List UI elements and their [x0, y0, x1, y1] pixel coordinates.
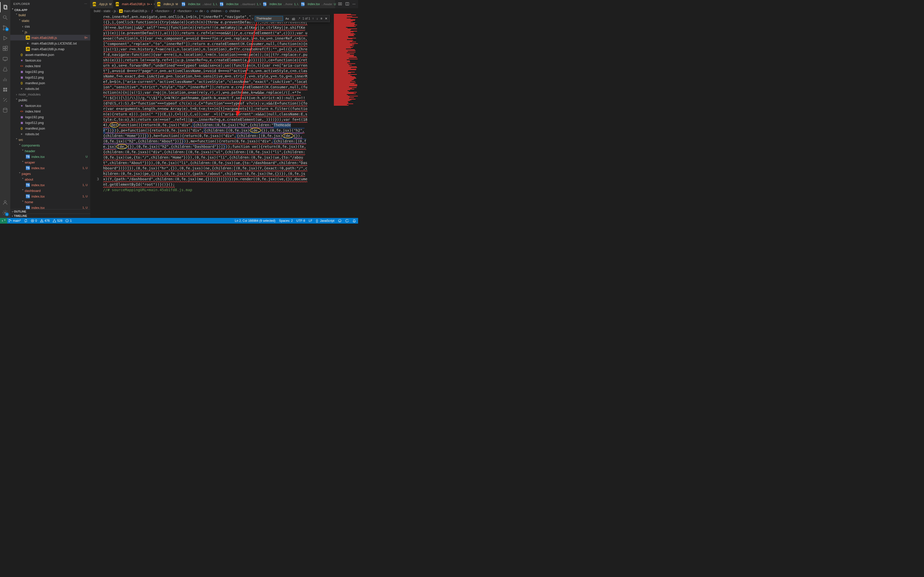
- svg-point-31: [9, 221, 9, 222]
- breadcrumb[interactable]: build› static› js› JSmain.45ab1fd8.js› ƒ…: [90, 8, 358, 14]
- next-match-icon[interactable]: ↓: [316, 17, 318, 20]
- whole-word-icon[interactable]: ab: [291, 17, 296, 20]
- file-p-logo512[interactable]: ▦logo512.png: [10, 120, 90, 126]
- bell-icon[interactable]: [352, 219, 356, 222]
- timeline-section[interactable]: ›TIMELINE: [10, 214, 90, 218]
- svg-point-30: [9, 219, 9, 220]
- match-case-icon[interactable]: Aa: [284, 17, 289, 20]
- split-icon[interactable]: [345, 2, 349, 7]
- file-p-logo192[interactable]: ▦logo192.png: [10, 114, 90, 120]
- branch-status[interactable]: main*: [8, 219, 21, 222]
- file-logo512[interactable]: ▦logo512.png: [10, 74, 90, 80]
- tab-about[interactable]: TSindex.tsx.../about1, U: [179, 0, 217, 8]
- sidebar-more-icon[interactable]: ⋯: [84, 2, 87, 6]
- search-icon[interactable]: [0, 12, 10, 23]
- project-header[interactable]: ˅CRA-APP: [10, 8, 90, 12]
- lang-status[interactable]: {} JavaScript: [316, 219, 334, 222]
- file-map[interactable]: JSmain.45ab1fd8.js.map: [10, 46, 90, 52]
- folder-pages[interactable]: ˅pages: [10, 171, 90, 176]
- tab-mainjs[interactable]: JSmain.45ab1fd8.js9+ •×: [113, 0, 155, 8]
- folder-static[interactable]: ˅static: [10, 18, 90, 23]
- scm-badge: 9: [5, 27, 9, 31]
- db-icon[interactable]: [0, 105, 10, 115]
- close-find-icon[interactable]: ✕: [324, 17, 328, 20]
- file-p-robots[interactable]: ≡robots.txt: [10, 131, 90, 137]
- prettier-status[interactable]: [338, 219, 342, 222]
- tab-header[interactable]: TSindex.tsx.../headerU: [299, 0, 335, 8]
- settings-icon[interactable]: 1: [0, 208, 10, 218]
- file-robots[interactable]: ≡robots.txt: [10, 86, 90, 92]
- graph-icon[interactable]: [0, 74, 10, 84]
- app-icon[interactable]: [0, 84, 10, 95]
- folder-home[interactable]: ˅home: [10, 199, 90, 205]
- svg-point-5: [3, 29, 4, 30]
- svg-rect-25: [340, 3, 342, 5]
- find-in-selection-icon[interactable]: ≡: [320, 17, 323, 20]
- svg-rect-9: [3, 49, 5, 50]
- tab-home[interactable]: TSindex.tsx.../home1, U: [261, 0, 299, 8]
- problems-status[interactable]: 0 476 528 1: [31, 219, 72, 222]
- eol-status[interactable]: LF: [309, 219, 312, 222]
- file-a-indextsx[interactable]: TSindex.tsx1, U: [10, 182, 90, 188]
- remote-icon[interactable]: [0, 53, 10, 64]
- folder-dashboard[interactable]: ˅dashboard: [10, 188, 90, 193]
- folder-js[interactable]: ˅js: [10, 29, 90, 35]
- explorer-icon[interactable]: [0, 2, 10, 12]
- file-asset-manifest[interactable]: {}asset-manifest.json: [10, 52, 90, 58]
- file-logo192[interactable]: ▦logo192.png: [10, 69, 90, 74]
- spaces-status[interactable]: Spaces: 2: [279, 219, 292, 222]
- file-w-indextsx[interactable]: TSindex.tsx1, U: [10, 165, 90, 171]
- editor-body[interactable]: 3 r=n.innerRef,a=n.navigate,o=n.onClick,…: [90, 14, 358, 218]
- svg-rect-18: [5, 88, 7, 89]
- folder-node-modules[interactable]: ›node_modules: [10, 92, 90, 97]
- folder-about[interactable]: ˅about: [10, 176, 90, 182]
- svg-rect-8: [3, 47, 5, 48]
- file-p-indexhtml[interactable]: <>index.html: [10, 108, 90, 114]
- file-p-favicon[interactable]: ★favicon.ico: [10, 103, 90, 108]
- debug-icon[interactable]: [0, 33, 10, 43]
- minimap[interactable]: [334, 14, 358, 218]
- file-d-indextsx[interactable]: TSindex.tsx1, U: [10, 193, 90, 199]
- tab-dashboard[interactable]: TSindex.tsx.../dashboard1, U: [217, 0, 261, 8]
- folder-src[interactable]: ˅src: [10, 137, 90, 142]
- outline-section[interactable]: ›OUTLINE: [10, 209, 90, 214]
- svg-rect-10: [5, 49, 7, 50]
- file-hm-indextsx[interactable]: TSindex.tsx1, U: [10, 205, 90, 209]
- folder-public[interactable]: ˅public: [10, 97, 90, 103]
- folder-css[interactable]: ›css: [10, 23, 90, 29]
- tab-indexjs[interactable]: JSindex.jsM: [155, 0, 179, 8]
- file-license[interactable]: ≡main.45ab1fd8.js.LICENSE.txt: [10, 40, 90, 46]
- scm-icon[interactable]: 9: [0, 23, 10, 33]
- svg-rect-12: [3, 58, 8, 60]
- testing-icon[interactable]: [0, 64, 10, 74]
- encoding-status[interactable]: UTF-8: [297, 219, 305, 222]
- regex-icon[interactable]: .*: [297, 17, 301, 20]
- file-p-manifest[interactable]: {}manifest.json: [10, 126, 90, 131]
- feedback-icon[interactable]: [345, 219, 349, 222]
- sidebar: EXPLORER ⋯ ˅CRA-APP ˅build ˅static ›css …: [10, 0, 90, 218]
- find-input[interactable]: [255, 16, 283, 21]
- folder-header[interactable]: ˅header: [10, 148, 90, 154]
- folder-build[interactable]: ˅build: [10, 12, 90, 18]
- compare-icon[interactable]: [338, 2, 342, 7]
- tab-appjs[interactable]: JSApp.jsM: [90, 0, 113, 8]
- file-favicon[interactable]: ★favicon.ico: [10, 58, 90, 63]
- cursor-status[interactable]: Ln 2, Col 166984 (9 selected): [235, 219, 275, 222]
- file-mainjs[interactable]: JSmain.45ab1fd8.js9+: [10, 35, 90, 40]
- tools-icon[interactable]: [0, 95, 10, 105]
- sync-status[interactable]: [24, 219, 27, 222]
- folder-components[interactable]: ˅components: [10, 142, 90, 148]
- more-icon[interactable]: ⋯: [352, 2, 355, 6]
- file-indexhtml[interactable]: <>index.html: [10, 63, 90, 69]
- extensions-icon[interactable]: [0, 43, 10, 53]
- account-icon[interactable]: [0, 197, 10, 208]
- prev-match-icon[interactable]: ↑: [312, 17, 314, 20]
- expand-icon[interactable]: ›: [252, 17, 253, 20]
- remote-button[interactable]: [0, 218, 7, 224]
- svg-point-4: [3, 26, 4, 27]
- folder-wraper[interactable]: ˅wraper: [10, 160, 90, 165]
- file-h-indextsx[interactable]: TSindex.tsxU: [10, 154, 90, 160]
- file-manifest[interactable]: {}manifest.json: [10, 80, 90, 86]
- svg-point-2: [3, 16, 6, 19]
- code-content[interactable]: r=n.innerRef,a=n.navigate,o=n.onClick,i=…: [103, 14, 334, 218]
